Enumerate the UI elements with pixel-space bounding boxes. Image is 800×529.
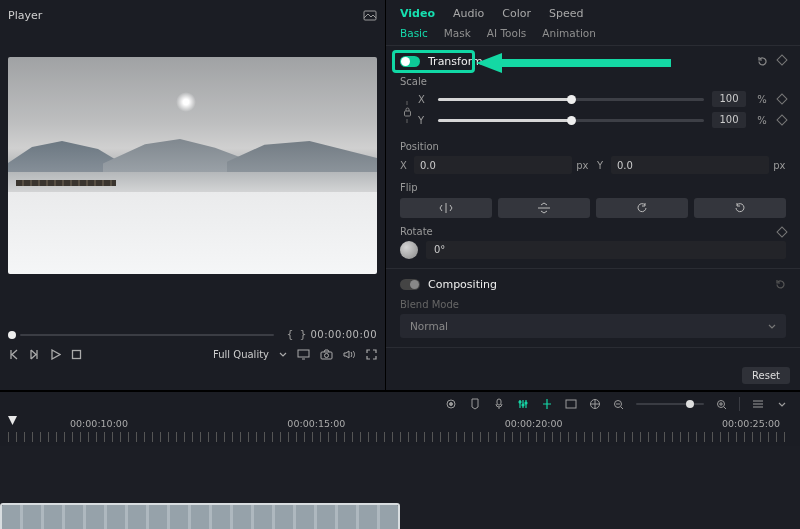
snapshot-icon[interactable] [363, 10, 377, 21]
mixer-icon[interactable] [516, 398, 529, 411]
timeline-ruler[interactable]: 00:00:10:00 00:00:15:00 00:00:20:00 00:0… [0, 416, 800, 446]
record-icon[interactable] [444, 398, 457, 411]
scale-y-label: Y [418, 115, 430, 126]
mic-icon[interactable] [492, 398, 505, 411]
ruler-mark: 00:00:25:00 [722, 418, 780, 429]
rotate-dial[interactable] [400, 241, 418, 259]
svg-point-10 [519, 401, 521, 403]
scale-y-value[interactable]: 100 [712, 112, 746, 128]
inspector-sub-tabs: Basic Mask AI Tools Animation [386, 23, 800, 46]
svg-rect-1 [73, 351, 81, 359]
reset-section-icon[interactable] [757, 56, 768, 67]
rotate-ccw-button[interactable] [596, 198, 688, 218]
transform-toggle[interactable] [400, 56, 420, 67]
timeline-tracks[interactable] [0, 446, 800, 529]
transform-section: Transform Scale [386, 46, 800, 269]
blend-mode-select[interactable]: Normal [400, 314, 786, 338]
marker-icon[interactable] [468, 398, 481, 411]
subtab-aitools[interactable]: AI Tools [487, 27, 526, 39]
svg-point-4 [325, 354, 329, 358]
scale-x-keyframe[interactable] [778, 95, 786, 103]
player-panel: Player {} 00:00:00:00 Full Q [0, 0, 385, 390]
scale-y-slider[interactable] [438, 119, 704, 122]
player-title: Player [8, 9, 42, 22]
tab-color[interactable]: Color [502, 7, 531, 20]
quality-dropdown[interactable]: Full Quality [213, 349, 269, 360]
lock-aspect-icon[interactable] [403, 107, 412, 117]
svg-rect-13 [566, 400, 576, 408]
compositing-reset-icon[interactable] [775, 279, 786, 290]
svg-rect-2 [298, 350, 309, 357]
flip-label: Flip [400, 182, 786, 193]
mark-out-icon[interactable]: } [299, 328, 306, 341]
svg-point-12 [525, 402, 527, 404]
inspector-panel: Video Audio Color Speed Basic Mask AI To… [385, 0, 800, 390]
keyframe-icon[interactable] [778, 56, 786, 67]
stop-button[interactable] [71, 349, 82, 360]
scale-y-keyframe[interactable] [778, 116, 786, 124]
prev-frame-button[interactable] [8, 349, 19, 360]
display-icon[interactable] [297, 349, 310, 360]
rotate-keyframe[interactable] [778, 228, 786, 236]
reset-button[interactable]: Reset [742, 367, 790, 384]
blend-mode-label: Blend Mode [400, 299, 786, 310]
compositing-title: Compositing [428, 278, 497, 291]
volume-icon[interactable] [343, 349, 356, 360]
rotate-value[interactable]: 0° [426, 241, 786, 259]
zoom-out-icon[interactable] [612, 398, 625, 411]
scale-label: Scale [400, 76, 786, 87]
flip-vertical-button[interactable] [498, 198, 590, 218]
svg-point-11 [522, 404, 524, 406]
playhead[interactable] [8, 416, 17, 425]
svg-point-8 [449, 403, 452, 406]
position-label: Position [400, 141, 786, 152]
timeline-toolbar [0, 392, 800, 416]
guide-icon[interactable] [588, 398, 601, 411]
mark-in-icon[interactable]: { [286, 328, 293, 341]
inspector-top-tabs: Video Audio Color Speed [386, 0, 800, 23]
scale-x-label: X [418, 94, 430, 105]
video-clip[interactable] [0, 503, 400, 529]
rotate-label: Rotate [400, 226, 433, 237]
play-button[interactable] [50, 349, 61, 360]
position-y-input[interactable] [611, 156, 769, 174]
rotate-cw-button[interactable] [694, 198, 786, 218]
chevron-down-icon[interactable] [279, 352, 287, 357]
tab-audio[interactable]: Audio [453, 7, 484, 20]
subtab-animation[interactable]: Animation [542, 27, 596, 39]
svg-rect-5 [404, 111, 410, 116]
subtab-basic[interactable]: Basic [400, 27, 428, 39]
compositing-toggle[interactable] [400, 279, 420, 290]
scale-x-value[interactable]: 100 [712, 91, 746, 107]
snap-icon[interactable] [540, 398, 553, 411]
transform-title: Transform [428, 55, 483, 68]
ruler-mark: 00:00:10:00 [70, 418, 128, 429]
player-timecode: 00:00:00:00 [310, 329, 377, 340]
tab-speed[interactable]: Speed [549, 7, 583, 20]
chevron-down-icon[interactable] [775, 398, 788, 411]
position-x-input[interactable] [414, 156, 572, 174]
scale-x-slider[interactable] [438, 98, 704, 101]
flip-horizontal-button[interactable] [400, 198, 492, 218]
seek-bar[interactable]: {} 00:00:00:00 [8, 328, 377, 341]
next-frame-button[interactable] [29, 349, 40, 360]
video-preview[interactable] [8, 57, 377, 274]
zoom-slider[interactable] [636, 403, 704, 405]
subtab-mask[interactable]: Mask [444, 27, 471, 39]
ruler-mark: 00:00:15:00 [287, 418, 345, 429]
fullscreen-icon[interactable] [366, 349, 377, 360]
svg-rect-9 [497, 399, 501, 405]
zoom-in-icon[interactable] [715, 398, 728, 411]
compositing-section: Compositing Blend Mode Normal [386, 269, 800, 348]
list-view-icon[interactable] [751, 398, 764, 411]
ruler-mark: 00:00:20:00 [505, 418, 563, 429]
frame-icon[interactable] [564, 398, 577, 411]
camera-icon[interactable] [320, 349, 333, 360]
tab-video[interactable]: Video [400, 7, 435, 20]
